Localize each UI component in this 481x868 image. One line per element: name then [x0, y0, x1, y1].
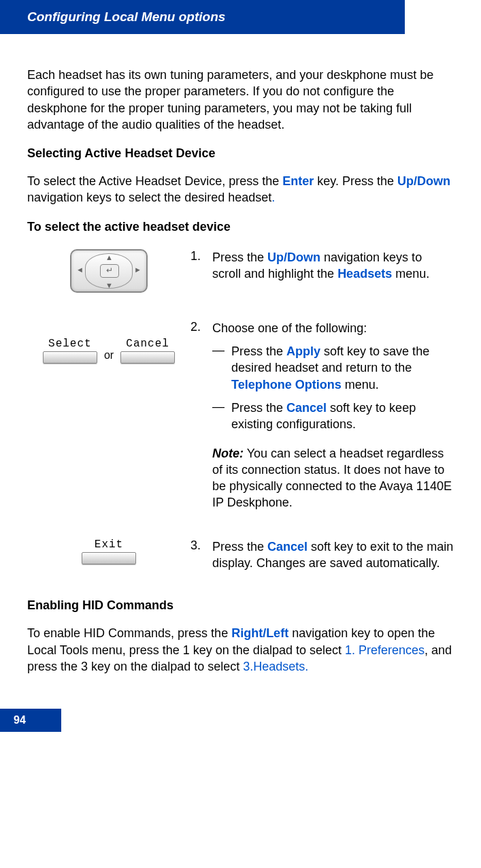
- text: menu.: [342, 378, 379, 391]
- cancel-softkey-ref: Cancel: [267, 540, 308, 553]
- text: To enable HID Commands, press the: [27, 626, 231, 640]
- enter-key-ref: Enter: [282, 174, 314, 188]
- step-3-body: Press the Cancel soft key to exit to the…: [212, 539, 454, 572]
- or-text: or: [104, 340, 114, 361]
- nav-pad-illustration: ▲ ▼ ◄ ► ↵: [27, 249, 190, 293]
- text: To select the Active Headset Device, pre…: [27, 174, 282, 188]
- dash-bullet: —: [212, 400, 231, 433]
- preferences-ref: 1. Preferences: [345, 643, 425, 657]
- text: key. Press the: [314, 174, 397, 188]
- updown-key-ref: Up/Down: [397, 174, 450, 188]
- text: Press the: [212, 251, 267, 264]
- text: Press the: [212, 540, 267, 553]
- step-2-note: Note: You can select a headset regardles…: [212, 445, 454, 511]
- text: menu.: [392, 267, 429, 280]
- dash-bullet: —: [212, 343, 231, 393]
- step-number: 3.: [190, 539, 212, 572]
- section3-body: To enable HID Commands, press the Right/…: [27, 625, 454, 675]
- step-1-row: ▲ ▼ ◄ ► ↵ 1. Press the Up/Down navigatio…: [27, 249, 454, 293]
- step-3-row: Exit 3. Press the Cancel soft key to exi…: [27, 539, 454, 572]
- page-number-value: 94: [14, 714, 26, 726]
- section1-lead: To select the Active Headset Device, pre…: [27, 173, 454, 206]
- step-number: 1.: [190, 249, 212, 283]
- headsets-menu-ref: Headsets: [337, 267, 392, 280]
- exit-softkey: Exit: [82, 539, 136, 564]
- step-2b-body: Press the Cancel soft key to keep existi…: [231, 400, 454, 433]
- text: navigation keys to select the desired he…: [27, 191, 271, 204]
- intro-paragraph: Each headset has its own tuning paramete…: [27, 67, 454, 133]
- softkey-button-icon: [120, 351, 175, 364]
- softkey-button-icon: [82, 552, 136, 564]
- text: Press the: [231, 344, 286, 358]
- select-softkey: Select: [43, 338, 97, 364]
- right-left-key-ref: Right/Left: [231, 626, 288, 640]
- headsets-ref: 3.Headsets.: [243, 660, 308, 673]
- section-title-selecting: Selecting Active Headset Device: [27, 146, 454, 161]
- cancel-softkey: Cancel: [120, 338, 175, 364]
- text: Press the: [231, 401, 286, 415]
- step-2-intro: Choose one of the following:: [212, 320, 454, 336]
- step-2a-body: Press the Apply soft key to save the des…: [231, 343, 454, 393]
- select-softkey-label: Select: [48, 338, 92, 350]
- note-body: You can select a headset regardless of i…: [212, 447, 452, 510]
- apply-softkey-ref: Apply: [286, 344, 320, 358]
- exit-softkey-label: Exit: [95, 539, 123, 551]
- page-number: 94: [0, 709, 61, 732]
- softkey-illustration-select-cancel: Select or Cancel: [27, 320, 190, 364]
- updown-key-ref: Up/Down: [267, 251, 320, 264]
- text: .: [271, 191, 275, 204]
- section-title-hid: Enabling HID Commands: [27, 598, 454, 613]
- page-content: Each headset has its own tuning paramete…: [0, 34, 481, 695]
- step-number: 2.: [190, 320, 212, 336]
- softkey-button-icon: [43, 351, 97, 364]
- step-2-row: Select or Cancel 2. Choose one of the fo…: [27, 320, 454, 511]
- page-header-title: Configuring Local Menu options: [27, 10, 225, 24]
- step-1-body: Press the Up/Down navigation keys to scr…: [212, 249, 454, 283]
- page-header: Configuring Local Menu options: [0, 0, 405, 34]
- telephone-options-ref: Telephone Options: [231, 378, 342, 391]
- section-title-toselect: To select the active headset device: [27, 220, 454, 234]
- cancel-softkey-label: Cancel: [126, 338, 169, 350]
- cancel-softkey-ref: Cancel: [286, 401, 327, 415]
- note-label: Note:: [212, 447, 244, 460]
- nav-pad-icon: ▲ ▼ ◄ ► ↵: [70, 249, 148, 293]
- softkey-illustration-exit: Exit: [27, 539, 190, 564]
